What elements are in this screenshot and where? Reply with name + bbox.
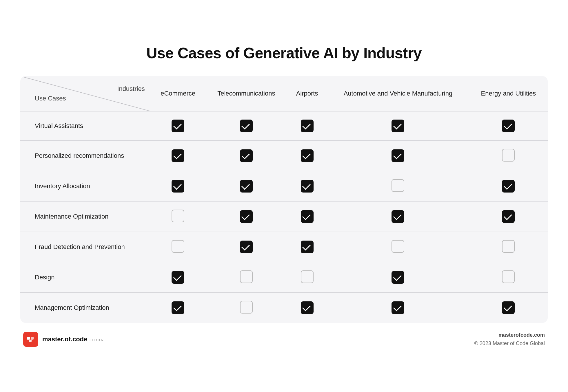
table-row: Personalized recommendations xyxy=(20,141,548,171)
cell-3-3 xyxy=(327,202,469,232)
cell-3-2 xyxy=(287,202,327,232)
checkbox-checked xyxy=(301,301,314,314)
checkbox-checked xyxy=(392,271,404,284)
industries-label: Industries xyxy=(35,85,145,93)
cell-2-0 xyxy=(151,171,205,202)
cell-6-1 xyxy=(205,293,287,323)
cell-5-2 xyxy=(287,262,327,293)
svg-rect-1 xyxy=(27,337,30,340)
header-ecommerce: eCommerce xyxy=(151,76,205,111)
checkbox-unchecked xyxy=(240,301,253,314)
copyright-area: masterofcode.com © 2023 Master of Code G… xyxy=(474,331,545,348)
cell-4-0 xyxy=(151,232,205,262)
checkbox-checked xyxy=(172,149,184,162)
cell-4-4 xyxy=(469,232,548,262)
cell-6-4 xyxy=(469,293,548,323)
checkbox-checked xyxy=(392,301,404,314)
header-energy: Energy and Utilities xyxy=(469,76,548,111)
cell-0-1 xyxy=(205,111,287,141)
table-row: Maintenance Optimization xyxy=(20,202,548,232)
cell-6-2 xyxy=(287,293,327,323)
checkbox-checked xyxy=(240,210,253,223)
checkbox-unchecked xyxy=(392,240,404,253)
header-telecom: Telecommunications xyxy=(205,76,287,111)
row-label-1: Personalized recommendations xyxy=(20,141,151,171)
logo-area: master.of.code GLOBAL xyxy=(23,332,106,347)
table-row: Inventory Allocation xyxy=(20,171,548,202)
cell-2-2 xyxy=(287,171,327,202)
table-row: Fraud Detection and Prevention xyxy=(20,232,548,262)
logo-icon xyxy=(23,332,38,347)
logo-name: master.of.code xyxy=(42,336,87,343)
cell-3-4 xyxy=(469,202,548,232)
cell-0-0 xyxy=(151,111,205,141)
checkbox-checked xyxy=(301,210,314,223)
cell-1-4 xyxy=(469,141,548,171)
cell-4-2 xyxy=(287,232,327,262)
cell-0-4 xyxy=(469,111,548,141)
table-header-row: Industries Use Cases eCommerce Telecommu… xyxy=(20,76,548,111)
svg-rect-2 xyxy=(31,337,34,340)
cell-4-3 xyxy=(327,232,469,262)
checkbox-checked xyxy=(172,120,184,132)
table-container: Industries Use Cases eCommerce Telecommu… xyxy=(20,76,548,323)
page-title: Use Cases of Generative AI by Industry xyxy=(146,44,422,62)
table-row: Management Optimization xyxy=(20,293,548,323)
cell-5-0 xyxy=(151,262,205,293)
checkbox-checked xyxy=(301,120,314,132)
cell-6-3 xyxy=(327,293,469,323)
logo-text-block: master.of.code GLOBAL xyxy=(42,336,106,343)
row-label-6: Management Optimization xyxy=(20,293,151,323)
copyright-text: © 2023 Master of Code Global xyxy=(474,339,545,348)
header-corner-cell: Industries Use Cases xyxy=(20,76,151,111)
svg-rect-3 xyxy=(29,340,32,342)
checkbox-unchecked xyxy=(301,270,314,283)
checkbox-unchecked xyxy=(502,240,515,253)
row-label-3: Maintenance Optimization xyxy=(20,202,151,232)
svg-line-0 xyxy=(20,76,151,111)
cell-0-2 xyxy=(287,111,327,141)
checkbox-checked xyxy=(240,180,253,193)
checkbox-checked xyxy=(301,180,314,193)
cell-5-3 xyxy=(327,262,469,293)
checkbox-unchecked xyxy=(172,210,184,222)
checkbox-checked xyxy=(502,210,515,223)
checkbox-checked xyxy=(502,120,515,132)
checkbox-checked xyxy=(172,301,184,314)
checkbox-unchecked xyxy=(392,179,404,192)
checkbox-unchecked xyxy=(502,149,515,162)
checkbox-checked xyxy=(502,180,515,193)
cell-3-1 xyxy=(205,202,287,232)
cell-0-3 xyxy=(327,111,469,141)
checkbox-checked xyxy=(172,271,184,284)
cell-5-1 xyxy=(205,262,287,293)
checkbox-checked xyxy=(172,180,184,193)
checkbox-checked xyxy=(240,120,253,132)
cell-2-1 xyxy=(205,171,287,202)
table-row: Virtual Assistants xyxy=(20,111,548,141)
checkbox-checked xyxy=(301,241,314,253)
use-cases-label: Use Cases xyxy=(35,94,145,103)
checkbox-checked xyxy=(392,210,404,223)
cell-1-1 xyxy=(205,141,287,171)
main-table: Industries Use Cases eCommerce Telecommu… xyxy=(20,76,548,323)
checkbox-checked xyxy=(392,149,404,162)
header-automotive: Automotive and Vehicle Manufacturing xyxy=(327,76,469,111)
row-label-2: Inventory Allocation xyxy=(20,171,151,202)
cell-2-4 xyxy=(469,171,548,202)
cell-4-1 xyxy=(205,232,287,262)
checkbox-checked xyxy=(240,241,253,253)
cell-2-3 xyxy=(327,171,469,202)
row-label-0: Virtual Assistants xyxy=(20,111,151,141)
row-label-5: Design xyxy=(20,262,151,293)
cell-1-3 xyxy=(327,141,469,171)
table-row: Design xyxy=(20,262,548,293)
site-url: masterofcode.com xyxy=(474,331,545,339)
cell-1-2 xyxy=(287,141,327,171)
checkbox-checked xyxy=(502,301,515,314)
logo-sub: GLOBAL xyxy=(89,338,106,342)
header-airports: Airports xyxy=(287,76,327,111)
checkbox-checked xyxy=(240,149,253,162)
cell-3-0 xyxy=(151,202,205,232)
cell-5-4 xyxy=(469,262,548,293)
